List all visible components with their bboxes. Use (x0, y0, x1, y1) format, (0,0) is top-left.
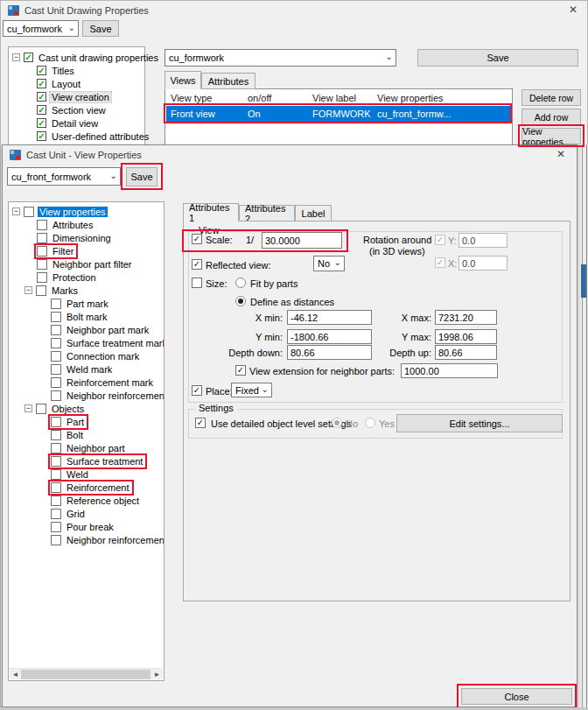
checkbox-icon[interactable] (51, 430, 61, 440)
view-extension-checkbox[interactable] (235, 365, 246, 376)
checkbox-icon[interactable] (51, 482, 61, 493)
checkbox-icon[interactable] (51, 496, 61, 506)
tree-item-detail-view[interactable]: Detail view (9, 116, 144, 130)
xmin-input[interactable] (287, 310, 372, 325)
tree-item-protection[interactable]: Protection (9, 271, 164, 284)
edit-settings-button[interactable]: Edit settings... (396, 414, 563, 432)
tree-item-objects[interactable]: − Objects (9, 402, 164, 415)
tree-item-reference-object[interactable]: Reference object (9, 494, 164, 507)
checkbox-icon[interactable] (37, 233, 47, 243)
checkbox-icon[interactable] (51, 469, 61, 480)
checkbox-icon[interactable] (51, 535, 61, 545)
tree-item-section-view[interactable]: Section view (9, 103, 144, 116)
ymin-input[interactable] (287, 329, 372, 344)
checkbox-icon[interactable] (37, 220, 47, 230)
reflected-view-checkbox[interactable] (192, 259, 202, 270)
checkbox-icon[interactable] (51, 417, 61, 427)
tree-item-marks[interactable]: − Marks (9, 284, 164, 297)
checkbox-icon[interactable] (37, 118, 46, 128)
window1-panel-save-button[interactable]: Save (417, 49, 578, 67)
tree-item-neighbor-reinforcement-mark[interactable]: Neighbor reinforcement m: (9, 389, 164, 402)
depth-down-input[interactable] (287, 345, 372, 360)
checkbox-icon[interactable] (51, 509, 61, 519)
rotation-x-input[interactable] (458, 256, 508, 271)
tree-item-attributes[interactable]: Attributes (9, 218, 164, 231)
tab-views[interactable]: Views (164, 71, 201, 89)
checkbox-icon[interactable] (51, 377, 61, 388)
view-extension-input[interactable] (401, 363, 498, 378)
tree-item-weld[interactable]: Weld (9, 467, 164, 481)
tree-item-filter[interactable]: Filter (9, 244, 164, 257)
tree-item-neighbor-part-mark[interactable]: Neighbor part mark (9, 323, 164, 336)
tree-item-dimensioning[interactable]: Dimensioning (9, 231, 164, 244)
checkbox-icon[interactable] (51, 312, 61, 322)
tree-item-surface-treatment-mark[interactable]: Surface treatment mark (9, 336, 164, 349)
checkbox-icon[interactable] (37, 66, 46, 75)
close-icon[interactable]: ✕ (564, 3, 582, 18)
tree-item-reinforcement-mark[interactable]: Reinforcement mark (9, 376, 164, 389)
checkbox-icon[interactable] (37, 272, 47, 283)
checkbox-icon[interactable] (51, 390, 61, 401)
collapse-icon[interactable]: − (12, 207, 20, 215)
checkbox-icon[interactable] (37, 131, 46, 141)
view-properties-button[interactable]: View properties (522, 128, 581, 144)
window1-panel-preset-combo[interactable]: cu_formwork ⌄ (164, 49, 396, 67)
tree-item-reinforcement[interactable]: Reinforcement (9, 481, 164, 494)
tree-horizontal-scrollbar[interactable]: ◄ ► (10, 668, 163, 679)
tree-item-connection-mark[interactable]: Connection mark (9, 349, 164, 362)
checkbox-icon[interactable] (51, 522, 61, 532)
dialog-save-button[interactable]: Save (126, 167, 158, 186)
tree-item-pour-break[interactable]: Pour break (9, 520, 164, 533)
window1-preset-combo[interactable]: cu_formwork ⌄ (3, 20, 79, 37)
delete-row-button[interactable]: Delete row (522, 89, 581, 106)
reflected-view-combo[interactable]: No ⌄ (313, 256, 345, 271)
checkbox-icon[interactable] (51, 325, 61, 335)
table-row-front-view[interactable]: Front view On FORMWORK cu_front_formw... (166, 106, 510, 123)
depth-up-input[interactable] (435, 345, 497, 360)
tree-item-view-creation[interactable]: View creation (9, 90, 144, 103)
dialog-titlebar[interactable]: Cast Unit - View Properties ✕ (3, 145, 577, 165)
checkbox-icon[interactable] (37, 105, 46, 115)
tree-item-bolt[interactable]: Bolt (9, 428, 164, 441)
tree-item-neighbor-reinforcement[interactable]: Neighbor reinforcement (9, 533, 164, 546)
dialog-preset-combo[interactable]: cu_front_formwork ⌄ (7, 167, 121, 186)
scroll-left-icon[interactable]: ◄ (10, 669, 21, 680)
window1-titlebar[interactable]: Cast Unit Drawing Properties ✕ (1, 1, 587, 20)
tree-item-neighbor-part[interactable]: Neighbor part (9, 441, 164, 454)
scale-checkbox[interactable] (192, 234, 202, 244)
use-detailed-settings-checkbox[interactable] (195, 418, 206, 428)
collapse-icon[interactable]: − (12, 53, 20, 61)
tree-item-weld-mark[interactable]: Weld mark (9, 362, 164, 376)
checkbox-icon[interactable] (37, 79, 46, 88)
collapse-icon[interactable]: − (24, 404, 32, 412)
checkbox-icon[interactable] (24, 207, 34, 217)
tree-item-titles[interactable]: Titles (9, 64, 144, 77)
scale-input[interactable] (262, 232, 342, 249)
checkbox-icon[interactable] (37, 246, 47, 257)
checkbox-icon[interactable] (51, 351, 61, 362)
checkbox-icon[interactable] (36, 404, 46, 414)
tree-item-grid[interactable]: Grid (9, 507, 164, 520)
tree-item-root[interactable]: − Cast unit drawing properties (9, 51, 144, 64)
define-as-distances-radio[interactable] (235, 296, 246, 306)
checkbox-icon[interactable] (51, 299, 61, 309)
size-checkbox[interactable] (192, 278, 202, 288)
place-combo[interactable]: Fixed ⌄ (231, 383, 272, 397)
tree-item-user-defined-attributes[interactable]: User-defined attributes (9, 130, 144, 143)
xmax-input[interactable] (435, 310, 497, 325)
collapse-icon[interactable]: − (24, 286, 32, 294)
tree-item-layout[interactable]: Layout (9, 77, 144, 90)
rotation-y-input[interactable] (458, 233, 508, 248)
tab-label[interactable]: Label (295, 205, 332, 221)
ymax-input[interactable] (435, 329, 497, 344)
tree-item-neighbor-part-filter[interactable]: Neighbor part filter (9, 257, 164, 271)
checkbox-icon[interactable] (37, 92, 46, 102)
checkbox-icon[interactable] (51, 456, 61, 467)
window1-save-button[interactable]: Save (82, 20, 119, 37)
tree-item-part[interactable]: Part (9, 415, 164, 428)
tab-attributes-2[interactable]: Attributes 2 (239, 205, 295, 221)
scrollbar-thumb[interactable] (21, 670, 150, 679)
tree-item-view-properties[interactable]: − View properties (9, 205, 164, 218)
checkbox-icon[interactable] (51, 364, 61, 375)
checkbox-icon[interactable] (51, 338, 61, 348)
